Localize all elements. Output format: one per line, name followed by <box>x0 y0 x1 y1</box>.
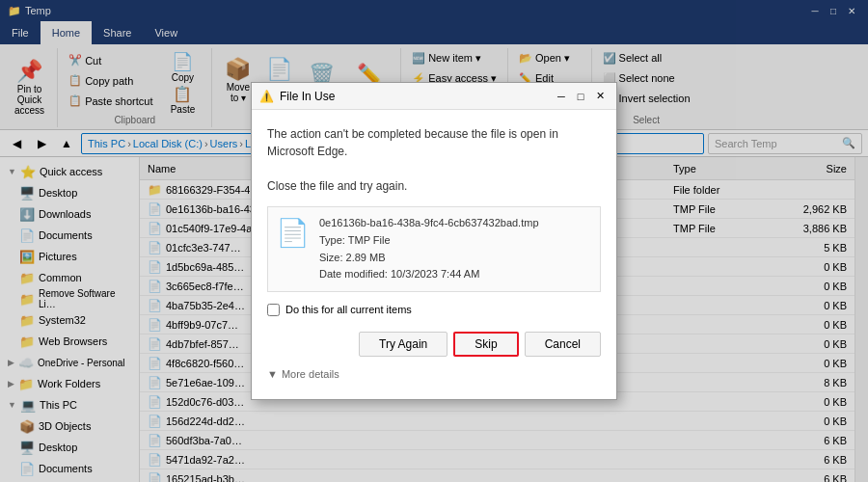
dialog-message-2: Close the file and try again. <box>267 177 601 195</box>
dialog-body: The action can't be completed because th… <box>252 110 616 398</box>
dialog-buttons: Try Again Skip Cancel <box>267 332 601 357</box>
dialog-message: The action can't be completed because th… <box>267 125 601 195</box>
dialog-maximize-button[interactable]: □ <box>572 88 589 105</box>
dialog-overlay: ⚠️ File In Use ─ □ ✕ The action can't be… <box>0 0 868 482</box>
skip-button[interactable]: Skip <box>453 332 518 357</box>
file-size: Size: 2.89 MB <box>319 250 539 267</box>
try-again-button[interactable]: Try Again <box>359 332 448 357</box>
more-details-label: More details <box>282 368 339 380</box>
file-type: Type: TMP File <box>319 232 539 250</box>
dialog-title: ⚠️ File In Use <box>259 90 335 103</box>
cancel-button[interactable]: Cancel <box>525 332 601 357</box>
dialog-close-button[interactable]: ✕ <box>591 88 609 105</box>
do-this-for-all-checkbox[interactable] <box>267 304 280 316</box>
dialog-file-info: 📄 0e16136b-ba16-438a-9fc4-6cb637432bad.t… <box>267 206 601 291</box>
dialog-title-text: File In Use <box>280 90 335 103</box>
dialog-minimize-button[interactable]: ─ <box>553 88 570 105</box>
dialog-title-icon: ⚠️ <box>259 90 274 103</box>
checkbox-label[interactable]: Do this for all current items <box>285 304 412 315</box>
dialog-file-icon: 📄 <box>276 217 310 249</box>
file-in-use-dialog: ⚠️ File In Use ─ □ ✕ The action can't be… <box>251 82 617 399</box>
more-details-toggle[interactable]: ▼ More details <box>267 364 601 384</box>
dialog-checkbox-container: Do this for all current items <box>267 304 601 316</box>
dialog-title-bar: ⚠️ File In Use ─ □ ✕ <box>252 83 616 110</box>
file-date-modified: Date modified: 10/3/2023 7:44 AM <box>319 266 539 283</box>
dialog-controls: ─ □ ✕ <box>553 88 609 105</box>
file-name: 0e16136b-ba16-438a-9fc4-6cb637432bad.tmp <box>319 215 539 232</box>
dialog-message-1: The action can't be completed because th… <box>267 125 601 160</box>
chevron-down-icon: ▼ <box>267 368 278 380</box>
dialog-file-details: 0e16136b-ba16-438a-9fc4-6cb637432bad.tmp… <box>319 215 539 282</box>
